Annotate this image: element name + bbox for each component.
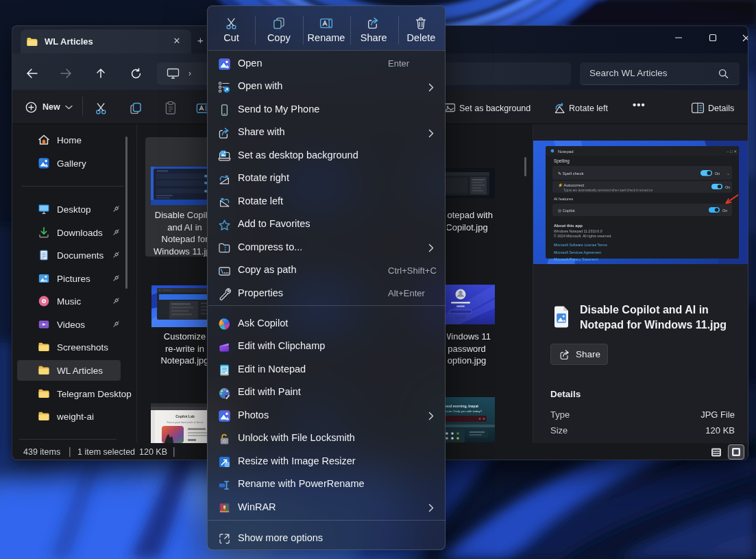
svg-text:– □ ✕: – □ ✕ xyxy=(727,150,737,154)
svg-text:⌄: ⌄ xyxy=(727,171,730,176)
svg-text:© 2024 Microsoft. All rights r: © 2024 Microsoft. All rights reserved. xyxy=(554,234,612,238)
svg-text:What can I help you with today: What can I help you with today? xyxy=(439,409,483,413)
svg-text:On: On xyxy=(722,209,727,213)
svg-text:About this app: About this app xyxy=(554,224,583,228)
svg-text:Good morning, Inayat: Good morning, Inayat xyxy=(443,404,478,408)
svg-text:Spelling: Spelling xyxy=(554,158,570,164)
svg-text:Notepad: Notepad xyxy=(558,150,574,154)
svg-text:AI features: AI features xyxy=(554,197,573,201)
svg-text:Windows Notepad 11.2310.6.0: Windows Notepad 11.2310.6.0 xyxy=(554,229,602,233)
svg-text:On: On xyxy=(725,185,730,189)
svg-text:Focus your best work in focus: Focus your best work in focus xyxy=(167,420,204,424)
svg-text:Copilot Lab: Copilot Lab xyxy=(175,414,195,418)
svg-text:✎ Spell check: ✎ Spell check xyxy=(558,171,584,176)
svg-text:Microsoft Privacy Statement: Microsoft Privacy Statement xyxy=(554,257,598,261)
svg-text:Microsoft Software License Ter: Microsoft Software License Terms xyxy=(554,243,607,247)
svg-text:Typos are automatically correc: Typos are automatically corrected when s… xyxy=(563,189,653,192)
svg-text:◎ Copilot: ◎ Copilot xyxy=(558,209,575,213)
svg-text:⚡ Autocorrect: ⚡ Autocorrect xyxy=(558,182,585,188)
svg-text:Microsoft Services Agreement: Microsoft Services Agreement xyxy=(554,250,601,254)
svg-text:On: On xyxy=(715,171,720,176)
